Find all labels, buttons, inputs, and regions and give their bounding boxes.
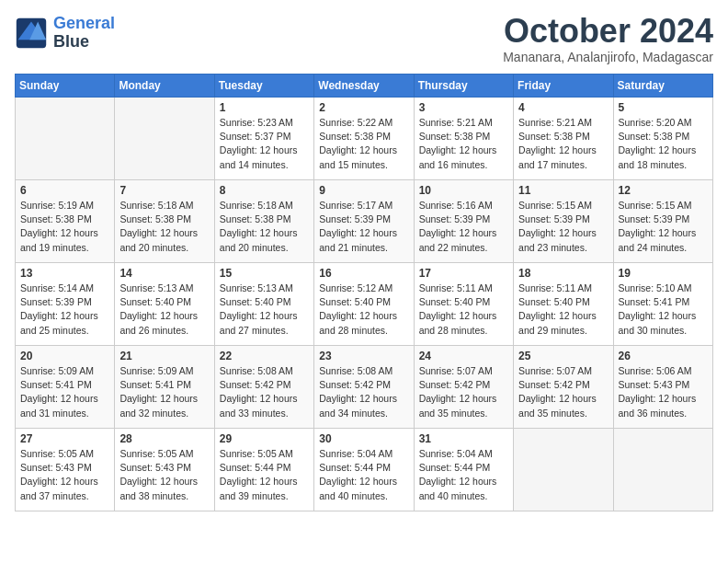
day-number: 6 xyxy=(20,184,109,197)
calendar-cell: 4 Sunrise: 5:21 AM Sunset: 5:38 PM Dayli… xyxy=(514,98,613,180)
day-info: Sunrise: 5:05 AM Sunset: 5:44 PM Dayligh… xyxy=(220,447,309,503)
sunrise-text: Sunrise: 5:18 AM xyxy=(220,200,293,211)
daylight-text: Daylight: 12 hours and 28 minutes. xyxy=(319,310,397,335)
sunrise-text: Sunrise: 5:15 AM xyxy=(518,200,592,211)
logo: General Blue xyxy=(15,15,115,52)
sunrise-text: Sunrise: 5:21 AM xyxy=(419,117,493,128)
daylight-text: Daylight: 12 hours and 23 minutes. xyxy=(518,227,597,252)
sunset-text: Sunset: 5:40 PM xyxy=(518,296,590,307)
day-info: Sunrise: 5:22 AM Sunset: 5:38 PM Dayligh… xyxy=(319,116,408,172)
calendar-cell: 21 Sunrise: 5:09 AM Sunset: 5:41 PM Dayl… xyxy=(115,346,214,429)
sunset-text: Sunset: 5:37 PM xyxy=(220,131,291,142)
day-number: 20 xyxy=(20,350,109,362)
calendar-cell xyxy=(514,429,613,511)
day-info: Sunrise: 5:15 AM Sunset: 5:39 PM Dayligh… xyxy=(518,199,608,255)
sunrise-text: Sunrise: 5:04 AM xyxy=(419,448,493,459)
calendar-table: SundayMondayTuesdayWednesdayThursdayFrid… xyxy=(15,74,713,511)
day-number: 10 xyxy=(419,184,508,197)
month-title: October 2024 xyxy=(503,15,713,48)
calendar-cell: 23 Sunrise: 5:08 AM Sunset: 5:42 PM Dayl… xyxy=(314,346,414,429)
day-info: Sunrise: 5:13 AM Sunset: 5:40 PM Dayligh… xyxy=(119,282,209,338)
day-number: 13 xyxy=(20,267,109,280)
day-info: Sunrise: 5:15 AM Sunset: 5:39 PM Dayligh… xyxy=(619,199,708,255)
day-number: 21 xyxy=(119,350,209,362)
sunrise-text: Sunrise: 5:11 AM xyxy=(419,282,493,293)
day-number: 11 xyxy=(518,184,608,197)
calendar-week-row: 20 Sunrise: 5:09 AM Sunset: 5:41 PM Dayl… xyxy=(16,346,713,429)
daylight-text: Daylight: 12 hours and 24 minutes. xyxy=(619,227,697,252)
day-info: Sunrise: 5:18 AM Sunset: 5:38 PM Dayligh… xyxy=(220,199,309,255)
sunset-text: Sunset: 5:38 PM xyxy=(119,213,191,224)
sunset-text: Sunset: 5:41 PM xyxy=(20,379,92,390)
sunset-text: Sunset: 5:44 PM xyxy=(319,462,391,473)
day-info: Sunrise: 5:05 AM Sunset: 5:43 PM Dayligh… xyxy=(119,447,209,503)
day-number: 15 xyxy=(220,267,309,280)
day-number: 27 xyxy=(20,432,109,445)
day-info: Sunrise: 5:19 AM Sunset: 5:38 PM Dayligh… xyxy=(20,199,109,255)
sunrise-text: Sunrise: 5:12 AM xyxy=(319,282,392,293)
sunset-text: Sunset: 5:39 PM xyxy=(20,296,92,307)
day-info: Sunrise: 5:20 AM Sunset: 5:38 PM Dayligh… xyxy=(619,116,708,172)
daylight-text: Daylight: 12 hours and 18 minutes. xyxy=(619,144,697,169)
calendar-cell: 22 Sunrise: 5:08 AM Sunset: 5:42 PM Dayl… xyxy=(214,346,313,429)
calendar-cell: 12 Sunrise: 5:15 AM Sunset: 5:39 PM Dayl… xyxy=(613,180,712,263)
calendar-cell: 10 Sunrise: 5:16 AM Sunset: 5:39 PM Dayl… xyxy=(414,180,513,263)
day-info: Sunrise: 5:21 AM Sunset: 5:38 PM Dayligh… xyxy=(518,116,608,172)
sunrise-text: Sunrise: 5:20 AM xyxy=(619,117,692,128)
sunset-text: Sunset: 5:42 PM xyxy=(518,379,590,390)
sunset-text: Sunset: 5:40 PM xyxy=(419,296,491,307)
weekday-header-wednesday: Wednesday xyxy=(314,75,414,98)
day-info: Sunrise: 5:08 AM Sunset: 5:42 PM Dayligh… xyxy=(319,364,408,420)
weekday-header-monday: Monday xyxy=(115,75,214,98)
day-number: 30 xyxy=(319,432,408,445)
day-info: Sunrise: 5:10 AM Sunset: 5:41 PM Dayligh… xyxy=(619,282,708,338)
sunset-text: Sunset: 5:38 PM xyxy=(319,131,391,142)
sunrise-text: Sunrise: 5:15 AM xyxy=(619,200,692,211)
day-number: 25 xyxy=(518,350,608,362)
calendar-cell: 29 Sunrise: 5:05 AM Sunset: 5:44 PM Dayl… xyxy=(214,429,313,511)
day-info: Sunrise: 5:04 AM Sunset: 5:44 PM Dayligh… xyxy=(319,447,408,503)
sunrise-text: Sunrise: 5:06 AM xyxy=(619,365,692,376)
calendar-cell: 1 Sunrise: 5:23 AM Sunset: 5:37 PM Dayli… xyxy=(214,98,313,180)
day-number: 14 xyxy=(119,267,209,280)
day-info: Sunrise: 5:08 AM Sunset: 5:42 PM Dayligh… xyxy=(220,364,309,420)
daylight-text: Daylight: 12 hours and 37 minutes. xyxy=(20,476,98,500)
daylight-text: Daylight: 12 hours and 35 minutes. xyxy=(419,393,497,418)
sunset-text: Sunset: 5:42 PM xyxy=(419,379,491,390)
day-info: Sunrise: 5:05 AM Sunset: 5:43 PM Dayligh… xyxy=(20,447,109,503)
daylight-text: Daylight: 12 hours and 14 minutes. xyxy=(220,144,298,169)
logo-icon xyxy=(15,17,48,50)
sunrise-text: Sunrise: 5:07 AM xyxy=(518,365,592,376)
daylight-text: Daylight: 12 hours and 34 minutes. xyxy=(319,393,397,418)
day-info: Sunrise: 5:06 AM Sunset: 5:43 PM Dayligh… xyxy=(619,364,708,420)
sunset-text: Sunset: 5:44 PM xyxy=(220,462,291,473)
calendar-cell: 13 Sunrise: 5:14 AM Sunset: 5:39 PM Dayl… xyxy=(16,263,115,346)
daylight-text: Daylight: 12 hours and 20 minutes. xyxy=(119,227,198,252)
calendar-cell: 24 Sunrise: 5:07 AM Sunset: 5:42 PM Dayl… xyxy=(414,346,513,429)
daylight-text: Daylight: 12 hours and 25 minutes. xyxy=(20,310,98,335)
daylight-text: Daylight: 12 hours and 35 minutes. xyxy=(518,393,597,418)
calendar-cell: 30 Sunrise: 5:04 AM Sunset: 5:44 PM Dayl… xyxy=(314,429,414,511)
weekday-header-saturday: Saturday xyxy=(613,75,712,98)
daylight-text: Daylight: 12 hours and 26 minutes. xyxy=(119,310,198,335)
day-number: 28 xyxy=(119,432,209,445)
calendar-cell xyxy=(115,98,214,180)
daylight-text: Daylight: 12 hours and 36 minutes. xyxy=(619,393,697,418)
calendar-cell: 5 Sunrise: 5:20 AM Sunset: 5:38 PM Dayli… xyxy=(613,98,712,180)
day-number: 16 xyxy=(319,267,408,280)
daylight-text: Daylight: 12 hours and 19 minutes. xyxy=(20,227,98,252)
sunrise-text: Sunrise: 5:22 AM xyxy=(319,117,392,128)
sunset-text: Sunset: 5:38 PM xyxy=(419,131,491,142)
calendar-cell xyxy=(16,98,115,180)
daylight-text: Daylight: 12 hours and 40 minutes. xyxy=(319,476,397,500)
day-info: Sunrise: 5:14 AM Sunset: 5:39 PM Dayligh… xyxy=(20,282,109,338)
calendar-cell: 14 Sunrise: 5:13 AM Sunset: 5:40 PM Dayl… xyxy=(115,263,214,346)
day-number: 7 xyxy=(119,184,209,197)
day-info: Sunrise: 5:21 AM Sunset: 5:38 PM Dayligh… xyxy=(419,116,508,172)
day-number: 3 xyxy=(419,101,508,114)
day-info: Sunrise: 5:09 AM Sunset: 5:41 PM Dayligh… xyxy=(20,364,109,420)
sunrise-text: Sunrise: 5:23 AM xyxy=(220,117,293,128)
day-number: 29 xyxy=(220,432,309,445)
day-info: Sunrise: 5:07 AM Sunset: 5:42 PM Dayligh… xyxy=(518,364,608,420)
sunset-text: Sunset: 5:38 PM xyxy=(20,213,92,224)
